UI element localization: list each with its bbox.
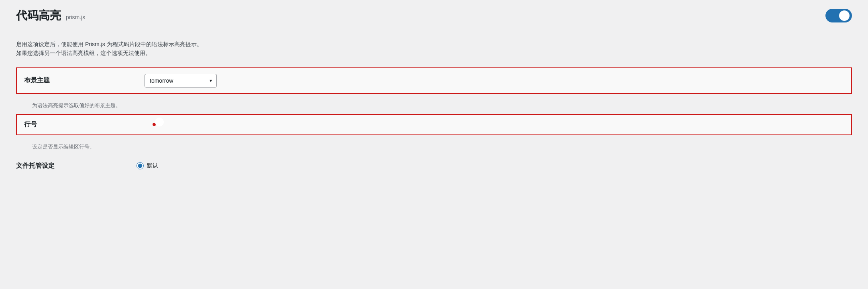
theme-label: 布景主题 — [24, 76, 145, 85]
section-subtitle: prism.js — [66, 14, 85, 20]
theme-select[interactable]: default tomorrow coy dark funky okaidia … — [145, 74, 217, 88]
file-hosting-radio-default-label: 默认 — [147, 162, 158, 169]
line-numbers-row: 行号 — [16, 114, 852, 135]
section-header: 代码高亮 prism.js — [0, 0, 868, 30]
theme-row: 布景主题 default tomorrow coy dark funky oka… — [16, 67, 852, 94]
settings-section: 布景主题 default tomorrow coy dark funky oka… — [0, 58, 868, 155]
title-group: 代码高亮 prism.js — [16, 8, 85, 23]
theme-control: default tomorrow coy dark funky okaidia … — [145, 74, 217, 88]
description-line1: 启用这项设定后，便能使用 Prism.js 为程式码片段中的语法标示高亮提示。 — [16, 40, 377, 49]
line-numbers-description: 设定是否显示编辑区行号。 — [16, 142, 852, 155]
file-hosting-label: 文件托管设定 — [16, 162, 137, 170]
theme-description: 为语法高亮提示选取偏好的布景主题。 — [16, 100, 852, 114]
line-numbers-label: 行号 — [24, 120, 145, 129]
main-toggle[interactable] — [825, 9, 852, 22]
file-hosting-radio-group: 默认 — [137, 162, 158, 169]
section-title: 代码高亮 — [16, 8, 61, 23]
description-block: 启用这项设定后，便能使用 Prism.js 为程式码片段中的语法标示高亮提示。 … — [0, 30, 868, 58]
description-line2: 如果您选择另一个语法高亮模组，这个选项无法使用。 — [16, 49, 377, 57]
page-container: 代码高亮 prism.js 启用这项设定后，便能使用 Prism.js 为程式码… — [0, 0, 868, 289]
file-hosting-radio-default[interactable] — [137, 162, 144, 169]
theme-select-wrapper: default tomorrow coy dark funky okaidia … — [145, 74, 217, 88]
file-hosting-section: 文件托管设定 默认 — [0, 155, 868, 177]
main-toggle-slider — [825, 9, 852, 22]
